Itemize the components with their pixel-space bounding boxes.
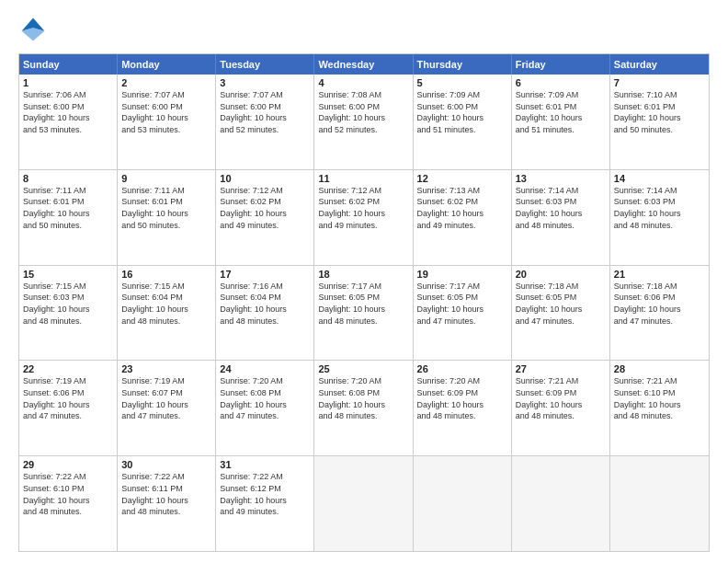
calendar-row-5: 29Sunrise: 7:22 AMSunset: 6:10 PMDayligh… — [19, 455, 709, 551]
logo — [18, 15, 51, 44]
calendar-cell: 12Sunrise: 7:13 AMSunset: 6:02 PMDayligh… — [414, 170, 512, 265]
cell-info: Sunrise: 7:20 AMSunset: 6:09 PMDaylight:… — [417, 376, 484, 420]
calendar-cell: 25Sunrise: 7:20 AMSunset: 6:08 PMDayligh… — [314, 361, 413, 455]
cell-info: Sunrise: 7:06 AMSunset: 6:00 PMDaylight:… — [23, 90, 90, 134]
calendar-cell: 6Sunrise: 7:09 AMSunset: 6:01 PMDaylight… — [512, 75, 610, 169]
day-number: 21 — [614, 269, 705, 280]
cell-info: Sunrise: 7:22 AMSunset: 6:11 PMDaylight:… — [121, 472, 188, 516]
day-number: 2 — [121, 77, 211, 88]
day-number: 1 — [23, 77, 113, 88]
day-number: 6 — [516, 77, 606, 88]
calendar-cell: 23Sunrise: 7:19 AMSunset: 6:07 PMDayligh… — [118, 361, 216, 455]
page: SundayMondayTuesdayWednesdayThursdayFrid… — [0, 0, 728, 563]
day-number: 15 — [23, 269, 113, 280]
calendar-cell: 7Sunrise: 7:10 AMSunset: 6:01 PMDaylight… — [610, 75, 709, 169]
day-number: 18 — [318, 269, 408, 280]
calendar-header: SundayMondayTuesdayWednesdayThursdayFrid… — [19, 54, 709, 75]
day-number: 30 — [121, 459, 211, 470]
cell-info: Sunrise: 7:12 AMSunset: 6:02 PMDaylight:… — [318, 186, 385, 230]
calendar-cell — [512, 456, 610, 551]
cell-info: Sunrise: 7:15 AMSunset: 6:03 PMDaylight:… — [23, 282, 90, 326]
cell-info: Sunrise: 7:17 AMSunset: 6:05 PMDaylight:… — [417, 282, 484, 326]
day-number: 10 — [220, 173, 310, 184]
calendar-row-3: 15Sunrise: 7:15 AMSunset: 6:03 PMDayligh… — [19, 265, 709, 361]
calendar: SundayMondayTuesdayWednesdayThursdayFrid… — [18, 53, 710, 552]
day-number: 26 — [417, 363, 507, 374]
cell-info: Sunrise: 7:16 AMSunset: 6:04 PMDaylight:… — [220, 282, 287, 326]
calendar-cell — [314, 456, 413, 551]
day-number: 24 — [220, 363, 310, 374]
cell-info: Sunrise: 7:09 AMSunset: 6:01 PMDaylight:… — [516, 90, 583, 134]
calendar-cell: 8Sunrise: 7:11 AMSunset: 6:01 PMDaylight… — [19, 170, 118, 265]
day-number: 12 — [417, 173, 507, 184]
calendar-cell — [610, 456, 709, 551]
day-number: 27 — [516, 363, 606, 374]
calendar-cell: 21Sunrise: 7:18 AMSunset: 6:06 PMDayligh… — [610, 266, 709, 361]
calendar-cell: 17Sunrise: 7:16 AMSunset: 6:04 PMDayligh… — [216, 266, 314, 361]
calendar-cell: 26Sunrise: 7:20 AMSunset: 6:09 PMDayligh… — [414, 361, 512, 455]
cell-info: Sunrise: 7:13 AMSunset: 6:02 PMDaylight:… — [417, 186, 484, 230]
header-day-wednesday: Wednesday — [314, 54, 413, 75]
calendar-cell: 13Sunrise: 7:14 AMSunset: 6:03 PMDayligh… — [512, 170, 610, 265]
calendar-cell: 31Sunrise: 7:22 AMSunset: 6:12 PMDayligh… — [216, 456, 314, 551]
calendar-cell: 5Sunrise: 7:09 AMSunset: 6:00 PMDaylight… — [414, 75, 512, 169]
calendar-cell: 3Sunrise: 7:07 AMSunset: 6:00 PMDaylight… — [216, 75, 314, 169]
cell-info: Sunrise: 7:08 AMSunset: 6:00 PMDaylight:… — [318, 90, 385, 134]
day-number: 31 — [220, 459, 310, 470]
day-number: 22 — [23, 363, 113, 374]
day-number: 29 — [23, 459, 113, 470]
day-number: 5 — [417, 77, 507, 88]
cell-info: Sunrise: 7:19 AMSunset: 6:07 PMDaylight:… — [121, 376, 188, 420]
calendar-cell: 29Sunrise: 7:22 AMSunset: 6:10 PMDayligh… — [19, 456, 118, 551]
day-number: 13 — [516, 173, 606, 184]
cell-info: Sunrise: 7:11 AMSunset: 6:01 PMDaylight:… — [121, 186, 188, 230]
calendar-cell: 18Sunrise: 7:17 AMSunset: 6:05 PMDayligh… — [314, 266, 413, 361]
header — [18, 15, 710, 44]
cell-info: Sunrise: 7:17 AMSunset: 6:05 PMDaylight:… — [318, 282, 385, 326]
cell-info: Sunrise: 7:11 AMSunset: 6:01 PMDaylight:… — [23, 186, 90, 230]
day-number: 8 — [23, 173, 113, 184]
day-number: 9 — [121, 173, 211, 184]
calendar-body: 1Sunrise: 7:06 AMSunset: 6:00 PMDaylight… — [19, 75, 709, 551]
calendar-cell: 9Sunrise: 7:11 AMSunset: 6:01 PMDaylight… — [118, 170, 216, 265]
calendar-cell: 15Sunrise: 7:15 AMSunset: 6:03 PMDayligh… — [19, 266, 118, 361]
day-number: 20 — [516, 269, 606, 280]
calendar-cell: 30Sunrise: 7:22 AMSunset: 6:11 PMDayligh… — [118, 456, 216, 551]
cell-info: Sunrise: 7:07 AMSunset: 6:00 PMDaylight:… — [121, 90, 188, 134]
calendar-cell: 24Sunrise: 7:20 AMSunset: 6:08 PMDayligh… — [216, 361, 314, 455]
cell-info: Sunrise: 7:22 AMSunset: 6:12 PMDaylight:… — [220, 472, 287, 516]
cell-info: Sunrise: 7:19 AMSunset: 6:06 PMDaylight:… — [23, 376, 90, 420]
calendar-row-4: 22Sunrise: 7:19 AMSunset: 6:06 PMDayligh… — [19, 360, 709, 455]
cell-info: Sunrise: 7:14 AMSunset: 6:03 PMDaylight:… — [516, 186, 583, 230]
header-day-tuesday: Tuesday — [216, 54, 314, 75]
cell-info: Sunrise: 7:07 AMSunset: 6:00 PMDaylight:… — [220, 90, 287, 134]
day-number: 25 — [318, 363, 408, 374]
cell-info: Sunrise: 7:14 AMSunset: 6:03 PMDaylight:… — [614, 186, 681, 230]
cell-info: Sunrise: 7:22 AMSunset: 6:10 PMDaylight:… — [23, 472, 90, 516]
cell-info: Sunrise: 7:09 AMSunset: 6:00 PMDaylight:… — [417, 90, 484, 134]
calendar-cell: 19Sunrise: 7:17 AMSunset: 6:05 PMDayligh… — [414, 266, 512, 361]
calendar-cell: 2Sunrise: 7:07 AMSunset: 6:00 PMDaylight… — [118, 75, 216, 169]
day-number: 28 — [614, 363, 705, 374]
calendar-cell: 14Sunrise: 7:14 AMSunset: 6:03 PMDayligh… — [610, 170, 709, 265]
cell-info: Sunrise: 7:15 AMSunset: 6:04 PMDaylight:… — [121, 282, 188, 326]
calendar-cell: 16Sunrise: 7:15 AMSunset: 6:04 PMDayligh… — [118, 266, 216, 361]
calendar-cell: 22Sunrise: 7:19 AMSunset: 6:06 PMDayligh… — [19, 361, 118, 455]
calendar-cell: 20Sunrise: 7:18 AMSunset: 6:05 PMDayligh… — [512, 266, 610, 361]
day-number: 4 — [318, 77, 408, 88]
cell-info: Sunrise: 7:18 AMSunset: 6:06 PMDaylight:… — [614, 282, 681, 326]
calendar-cell — [414, 456, 512, 551]
day-number: 14 — [614, 173, 705, 184]
header-day-sunday: Sunday — [19, 54, 118, 75]
day-number: 19 — [417, 269, 507, 280]
day-number: 11 — [318, 173, 408, 184]
calendar-row-1: 1Sunrise: 7:06 AMSunset: 6:00 PMDaylight… — [19, 75, 709, 169]
calendar-cell: 27Sunrise: 7:21 AMSunset: 6:09 PMDayligh… — [512, 361, 610, 455]
day-number: 23 — [121, 363, 211, 374]
cell-info: Sunrise: 7:21 AMSunset: 6:09 PMDaylight:… — [516, 376, 583, 420]
cell-info: Sunrise: 7:21 AMSunset: 6:10 PMDaylight:… — [614, 376, 681, 420]
calendar-cell: 4Sunrise: 7:08 AMSunset: 6:00 PMDaylight… — [314, 75, 413, 169]
calendar-cell: 11Sunrise: 7:12 AMSunset: 6:02 PMDayligh… — [314, 170, 413, 265]
cell-info: Sunrise: 7:18 AMSunset: 6:05 PMDaylight:… — [516, 282, 583, 326]
header-day-monday: Monday — [118, 54, 216, 75]
